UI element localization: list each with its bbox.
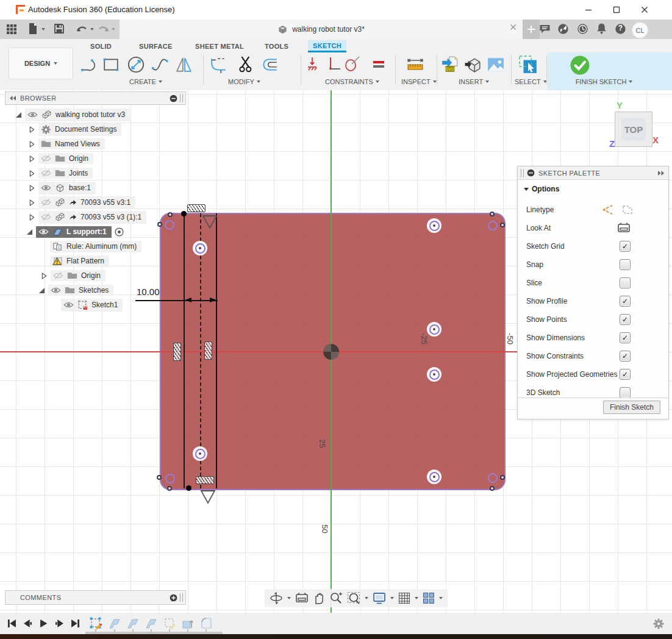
expander-collapsed-icon[interactable] xyxy=(29,185,35,191)
pan-icon[interactable] xyxy=(313,591,325,605)
parallel-constraint-icon[interactable] xyxy=(204,341,212,360)
tree-item-label[interactable]: Flat Pattern xyxy=(66,257,104,265)
sketch-hole-point[interactable] xyxy=(427,469,441,484)
group-select[interactable]: SELECT xyxy=(515,78,547,85)
symmetry-constraint-icon[interactable] xyxy=(202,215,218,229)
visibility-on-icon[interactable] xyxy=(63,301,74,309)
tree-row-base[interactable]: base:1 xyxy=(5,180,186,195)
viewports-caret[interactable] xyxy=(439,597,443,599)
view-cube-face[interactable]: TOP xyxy=(621,118,646,140)
collinear-constraint-icon[interactable] xyxy=(196,476,214,484)
expander-collapsed-icon[interactable] xyxy=(29,126,35,133)
create-spline-icon[interactable] xyxy=(151,56,168,73)
orbit-icon[interactable] xyxy=(270,591,283,605)
sketch-point[interactable] xyxy=(490,486,495,491)
tree-item-label[interactable]: Sketches xyxy=(79,286,109,295)
create-mirror-icon[interactable] xyxy=(176,56,193,73)
timeline-feature-flange[interactable] xyxy=(126,617,140,629)
corner-circle[interactable] xyxy=(488,221,498,230)
tree-row-flat-pattern[interactable]: Flat Pattern xyxy=(5,254,186,268)
insert-svg-icon[interactable] xyxy=(441,55,459,73)
tree-row-origin-2[interactable]: Origin xyxy=(5,268,186,283)
constraint-tangent-icon[interactable] xyxy=(344,56,360,72)
tree-item-label[interactable]: Sketch1 xyxy=(91,301,118,309)
group-create[interactable]: CREATE xyxy=(129,78,162,85)
timeline-go-to-start-icon[interactable] xyxy=(7,619,16,628)
visibility-on-icon[interactable] xyxy=(38,228,49,235)
user-avatar[interactable]: CL xyxy=(632,22,648,38)
grid-caret[interactable] xyxy=(415,597,418,599)
notifications-bell-icon[interactable] xyxy=(596,23,607,34)
timeline-settings-gear-icon[interactable] xyxy=(652,618,665,630)
tab-solid[interactable]: SOLID xyxy=(85,40,116,52)
environment-selector-button[interactable]: DESIGN xyxy=(9,48,73,79)
group-modify[interactable]: MODIFY xyxy=(228,78,260,85)
save-icon[interactable] xyxy=(54,23,65,34)
look-at-icon[interactable] xyxy=(617,223,631,234)
redo-caret[interactable] xyxy=(112,28,115,30)
panel-grip[interactable] xyxy=(521,169,524,177)
file-menu-caret[interactable] xyxy=(41,28,45,30)
tree-item-label[interactable]: 70093 v55 v3:1 xyxy=(80,198,130,207)
create-rectangle-icon[interactable] xyxy=(102,56,120,73)
job-status-clock-icon[interactable] xyxy=(577,23,588,35)
tree-row-70093-v55-v3[interactable]: 70093 v55 v3:1 xyxy=(5,195,186,210)
create-line-icon[interactable] xyxy=(80,56,98,73)
activate-component-radio-icon[interactable] xyxy=(115,227,124,237)
group-constraints[interactable]: CONSTRAINTS xyxy=(325,78,379,85)
modify-trim-icon[interactable] xyxy=(238,55,255,73)
reference-linetype-icon[interactable] xyxy=(621,204,634,215)
timeline-feature-fillet[interactable] xyxy=(199,617,213,629)
visibility-off-icon[interactable] xyxy=(41,155,51,162)
timeline-feature-flange[interactable] xyxy=(107,617,122,629)
sketch-point[interactable] xyxy=(490,212,495,216)
tree-row-root[interactable]: walking robot tutor v3 xyxy=(5,107,186,122)
tree-item-label[interactable]: Joints xyxy=(69,169,88,177)
tab-tools[interactable]: TOOLS xyxy=(260,40,293,52)
3d-sketch-checkbox[interactable] xyxy=(620,387,631,398)
tree-item-label[interactable]: Origin xyxy=(69,154,88,163)
browser-panel-header[interactable]: BROWSER xyxy=(5,91,186,105)
visibility-on-icon[interactable] xyxy=(51,287,61,294)
group-insert[interactable]: INSERT xyxy=(459,78,489,85)
comments-icon[interactable] xyxy=(539,24,551,34)
tree-item-label[interactable]: 70093 v55 v3 (1):1 xyxy=(80,213,141,221)
document-tab-close-icon[interactable] xyxy=(510,24,517,30)
constraint-equal-icon[interactable] xyxy=(371,56,387,72)
modify-offset-icon[interactable] xyxy=(261,56,278,73)
symmetry-constraint-icon[interactable] xyxy=(200,490,216,504)
fit-icon[interactable] xyxy=(347,591,360,605)
tree-row-joints[interactable]: Joints xyxy=(5,166,186,180)
insert-mesh-icon[interactable] xyxy=(463,55,482,74)
expander-collapsed-icon[interactable] xyxy=(29,214,35,221)
finish-sketch-label[interactable]: FINISH SKETCH xyxy=(548,78,660,85)
app-grid-menu-icon[interactable] xyxy=(6,24,17,35)
visibility-on-icon[interactable] xyxy=(41,184,51,191)
construction-linetype-icon[interactable] xyxy=(601,204,615,215)
tree-item-label[interactable]: base:1 xyxy=(69,184,91,192)
expander-expanded-icon[interactable] xyxy=(26,229,33,235)
sketch-endpoint[interactable] xyxy=(186,485,191,491)
timeline-feature-flange[interactable] xyxy=(144,617,159,629)
sketch-point[interactable] xyxy=(167,486,172,491)
timeline-feature-sketch-active[interactable] xyxy=(88,617,103,629)
view-cube[interactable]: TOP xyxy=(615,112,652,147)
timeline-step-back-icon[interactable] xyxy=(23,619,32,628)
group-inspect[interactable]: INSPECT xyxy=(401,78,437,85)
fit-caret[interactable] xyxy=(365,597,368,599)
viewports-icon[interactable] xyxy=(423,592,435,604)
sketch-hole-point[interactable] xyxy=(193,241,207,255)
close-button[interactable] xyxy=(634,1,655,18)
sketch-hole-point[interactable] xyxy=(427,367,441,382)
add-comment-icon[interactable] xyxy=(170,594,177,602)
tree-row-document-settings[interactable]: Document Settings xyxy=(5,122,186,137)
tree-item-label[interactable]: Origin xyxy=(81,271,101,280)
panel-grip[interactable] xyxy=(180,593,183,602)
visibility-off-icon[interactable] xyxy=(41,170,51,177)
visibility-off-icon[interactable] xyxy=(41,199,51,206)
show-projected-geometries-checkbox[interactable] xyxy=(620,369,631,380)
tab-surface[interactable]: SURFACE xyxy=(134,40,177,52)
show-dimensions-checkbox[interactable] xyxy=(620,332,631,343)
new-document-tab-button[interactable] xyxy=(523,20,540,39)
comments-panel-header[interactable]: COMMENTS xyxy=(5,590,186,605)
